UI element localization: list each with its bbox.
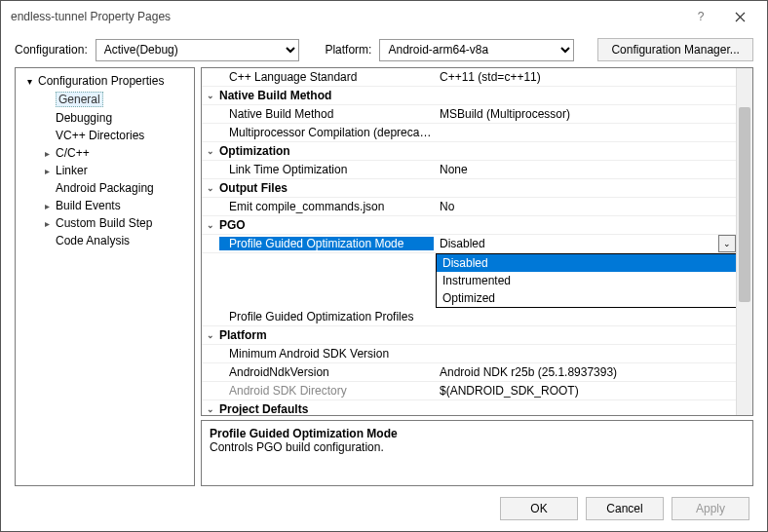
window-title: endless-tunnel Property Pages (11, 10, 681, 23)
property-value[interactable]: C++11 (std=c++11) (434, 70, 736, 84)
tree-item[interactable]: Build Events (18, 197, 192, 214)
expand-icon[interactable] (41, 148, 53, 159)
tree-item[interactable]: C/C++ (18, 144, 192, 162)
tree-item[interactable]: Linker (18, 162, 192, 179)
property-grid[interactable]: C++ Language StandardC++11 (std=c++11)⌄N… (201, 67, 753, 416)
property-name: PGO (219, 218, 434, 232)
property-group[interactable]: ⌄Output Files (202, 179, 736, 198)
tree-item[interactable]: Android Packaging (18, 179, 192, 197)
property-group[interactable]: ⌄Native Build Method (202, 87, 736, 105)
expand-icon[interactable]: ⌄ (202, 183, 219, 193)
property-name: Android SDK Directory (219, 384, 434, 398)
scrollbar-thumb[interactable] (739, 107, 750, 302)
property-row[interactable]: Android SDK Directory$(ANDROID_SDK_ROOT) (202, 382, 736, 400)
close-button[interactable] (720, 3, 759, 30)
tree-item-label: Linker (56, 164, 88, 177)
property-group[interactable]: ⌄Project Defaults (202, 400, 736, 415)
ok-button[interactable]: OK (500, 497, 578, 520)
property-value[interactable]: Android NDK r25b (25.1.8937393) (434, 365, 736, 379)
property-row[interactable]: Multiprocessor Compilation (deprecated) (202, 124, 736, 142)
property-value[interactable]: No (434, 200, 736, 213)
property-row[interactable]: AndroidNdkVersionAndroid NDK r25b (25.1.… (202, 363, 736, 382)
tree-item-label: General (56, 92, 103, 107)
dropdown-option[interactable]: Optimized (437, 289, 750, 307)
expand-icon[interactable]: ⌄ (202, 220, 219, 230)
tree-item-label: Custom Build Step (56, 216, 152, 230)
property-name: Native Build Method (219, 107, 434, 121)
configuration-combo[interactable]: Active(Debug) (96, 39, 300, 61)
property-name: AndroidNdkVersion (219, 365, 434, 379)
tree-item-label: Code Analysis (56, 234, 130, 247)
property-row[interactable]: Emit compile_commands.jsonNo (202, 198, 736, 216)
expand-icon[interactable]: ⌄ (202, 404, 219, 414)
property-name: Output Files (219, 181, 434, 195)
dropdown-option[interactable]: Disabled (437, 254, 750, 272)
apply-button[interactable]: Apply (672, 497, 749, 520)
property-group[interactable]: ⌄Optimization (202, 142, 736, 161)
property-tree[interactable]: Configuration Properties GeneralDebuggin… (15, 67, 195, 486)
description-text: Controls PGO build configuration. (210, 440, 745, 454)
platform-label: Platform: (325, 43, 371, 57)
property-name: Optimization (219, 144, 434, 158)
property-group[interactable]: ⌄Platform (202, 326, 736, 345)
expand-icon[interactable]: ⌄ (202, 146, 219, 156)
tree-item[interactable]: Debugging (18, 109, 192, 127)
property-name: Native Build Method (219, 89, 434, 102)
property-group[interactable]: ⌄PGO (202, 216, 736, 235)
property-value[interactable]: Disabled (434, 237, 736, 250)
cancel-button[interactable]: Cancel (586, 497, 664, 520)
property-name: Link Time Optimization (219, 163, 434, 176)
property-name: Emit compile_commands.json (219, 200, 434, 213)
help-button[interactable]: ? (681, 3, 720, 30)
property-row[interactable]: Native Build MethodMSBuild (Multiprocess… (202, 105, 736, 124)
configuration-manager-button[interactable]: Configuration Manager... (597, 38, 753, 61)
property-row[interactable]: C++ Language StandardC++11 (std=c++11) (202, 68, 736, 87)
platform-combo[interactable]: Android-arm64-v8a (379, 39, 574, 61)
pgo-mode-dropdown[interactable]: DisabledInstrumentedOptimized (436, 253, 751, 308)
property-row[interactable]: Profile Guided Optimization ModeDisabled… (202, 235, 736, 253)
property-row[interactable]: Link Time OptimizationNone (202, 161, 736, 179)
property-name: C++ Language Standard (219, 70, 434, 84)
chevron-down-icon[interactable]: ⌄ (718, 235, 736, 252)
expand-icon[interactable] (41, 201, 53, 211)
property-name: Project Defaults (219, 402, 434, 415)
tree-item-label: VC++ Directories (56, 129, 144, 142)
tree-item[interactable]: VC++ Directories (18, 127, 192, 144)
tree-item-label: Android Packaging (56, 181, 154, 195)
property-name: Minimum Android SDK Version (219, 347, 434, 361)
property-name: Platform (219, 328, 434, 342)
expand-icon[interactable] (41, 166, 53, 176)
property-value[interactable]: None (434, 163, 736, 176)
dropdown-option[interactable]: Instrumented (437, 272, 750, 289)
tree-item-label: Debugging (56, 111, 112, 125)
tree-item[interactable]: General (18, 90, 192, 109)
tree-item-label: C/C++ (56, 146, 90, 160)
property-value[interactable]: MSBuild (Multiprocessor) (434, 107, 736, 121)
description-box: Profile Guided Optimization Mode Control… (201, 420, 753, 486)
configuration-label: Configuration: (15, 43, 88, 57)
collapse-icon[interactable] (23, 76, 35, 87)
property-name: Multiprocessor Compilation (deprecated) (219, 126, 434, 139)
expand-icon[interactable]: ⌄ (202, 330, 219, 340)
tree-item-label: Build Events (56, 199, 121, 212)
tree-item[interactable]: Code Analysis (18, 232, 192, 249)
property-name: Profile Guided Optimization Profiles (219, 310, 434, 323)
property-value[interactable]: $(ANDROID_SDK_ROOT) (434, 384, 736, 398)
property-row[interactable]: Profile Guided Optimization Profiles (202, 308, 736, 326)
tree-root[interactable]: Configuration Properties (18, 72, 192, 90)
expand-icon[interactable]: ⌄ (202, 91, 219, 100)
property-row[interactable]: Minimum Android SDK Version (202, 345, 736, 363)
tree-item[interactable]: Custom Build Step (18, 214, 192, 232)
property-name: Profile Guided Optimization Mode (219, 237, 434, 250)
description-title: Profile Guided Optimization Mode (210, 427, 745, 440)
grid-scrollbar[interactable] (736, 68, 752, 415)
expand-icon[interactable] (41, 218, 53, 229)
